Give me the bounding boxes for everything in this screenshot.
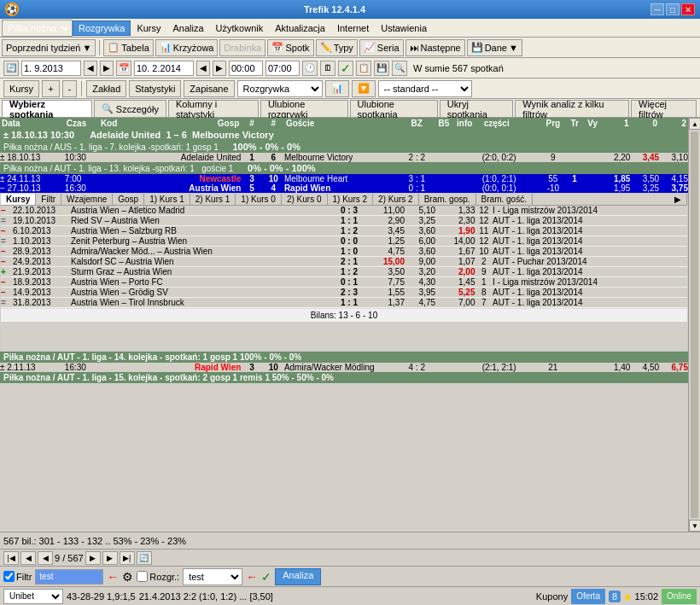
sub-match-row[interactable]: + 21.9.2013 Sturm Graz – Austria Wien 1 …: [1, 267, 687, 277]
next-page-button[interactable]: ▶: [102, 551, 118, 565]
sub-match-row[interactable]: − 14.9.2013 Austria Wien – Grödig SV 2 :…: [1, 288, 687, 298]
first-page-button[interactable]: |◀: [3, 551, 19, 565]
sub-tab-kurs1-1[interactable]: 1) Kurs 1: [144, 194, 190, 205]
date-from-input[interactable]: [21, 61, 81, 76]
tabela-button[interactable]: 📋 Tabela: [103, 39, 153, 56]
sub-match-row[interactable]: − 28.9.2013 Admira/Wacker Möd... – Austr…: [1, 247, 687, 257]
filtr-checkbox-label[interactable]: Filtr: [3, 571, 32, 582]
zapisane-button[interactable]: Zapisane: [184, 80, 234, 97]
prev-week-button[interactable]: Poprzedni tydzień ▼: [2, 39, 96, 56]
prev-page-button[interactable]: ◀: [20, 551, 36, 565]
maximize-button[interactable]: □: [666, 3, 680, 15]
sub-tab-kurs0-2[interactable]: 2) Kurs 0: [282, 194, 328, 205]
date-icon[interactable]: 📅: [116, 61, 131, 76]
arrow-left-button[interactable]: ←: [107, 570, 119, 584]
date-nav-left[interactable]: ◀: [84, 61, 97, 76]
oferta-button[interactable]: Oferta: [571, 589, 605, 604]
main-scrollbar[interactable]: ▲ ▼: [688, 118, 700, 532]
rozgr-checkbox-label[interactable]: Rozgr.:: [137, 571, 179, 582]
scroll-thumb[interactable]: [691, 131, 698, 518]
sub-match-row[interactable]: − 22.10.2013 Austria Wien – Atletico Mad…: [1, 206, 687, 216]
minimize-button[interactable]: ─: [650, 3, 664, 15]
typy-button[interactable]: ✏️ Typy: [316, 39, 358, 56]
menu-analiza[interactable]: Analiza: [167, 20, 210, 36]
reload-button[interactable]: 🔄: [137, 551, 152, 565]
menu-internet[interactable]: Internet: [331, 20, 375, 36]
tab-ulub-rozgr[interactable]: Ulubione rozgrywki: [260, 100, 348, 117]
sub-tab-kurs2-2[interactable]: 2) Kurs 2: [373, 194, 419, 205]
match3-row[interactable]: ± 2.11.13 16:30 Rapid Wien 3 10 Admira/W…: [0, 363, 688, 372]
plus-button[interactable]: +: [42, 80, 59, 97]
match-row-2[interactable]: ± 24.11.13 7:00 Newcastle 3 10 Melbourne…: [0, 174, 688, 183]
next-button[interactable]: ▶: [85, 551, 101, 565]
sport-selector[interactable]: Piłka nożna: [2, 20, 73, 37]
match-row-1[interactable]: ± 18.10.13 10:30 Adelaide United 1 6 Mel…: [0, 153, 688, 162]
sub-match-row[interactable]: − 18.9.2013 Austria Wien – Porto FC 0 : …: [1, 277, 687, 288]
sub-tab-kurs2-1[interactable]: 1) Kurs 2: [328, 194, 374, 205]
chart-icon-button[interactable]: 📊: [325, 80, 349, 97]
save-icon[interactable]: 💾: [374, 61, 389, 76]
bookie-dropdown[interactable]: Unibet: [3, 589, 63, 604]
sub-tab-bram-gosp[interactable]: Bram. gosp.: [419, 194, 476, 205]
sub-match-row[interactable]: = 1.10.2013 Zenit Peterburg – Austria Wi…: [1, 236, 687, 247]
sub-match-row[interactable]: = 31.8.2013 Austria Wien – Tirol Innsbru…: [1, 298, 687, 308]
drabinka-button[interactable]: Drabinka: [219, 39, 265, 56]
tab-szczegoly[interactable]: 🔍Szczegóły: [94, 100, 166, 117]
tab-ukryj[interactable]: Ukryj spotkania: [440, 100, 514, 117]
rozgr-checkbox[interactable]: [137, 571, 148, 582]
date-nav-right[interactable]: ▶: [100, 61, 114, 76]
clock-icon[interactable]: 🕐: [302, 61, 318, 76]
sub-tab-kurs1-2[interactable]: 2) Kurs 1: [190, 194, 236, 205]
sub-tab-wzajemne[interactable]: Wzajemne: [61, 194, 113, 205]
krzyzowa-button[interactable]: 📊 Krzyżowa: [155, 39, 219, 56]
tab-wybierz[interactable]: Wybierz spotkania: [2, 100, 92, 117]
rozgrywka-dropdown[interactable]: Rozgrywka: [237, 80, 323, 97]
sub-table-content[interactable]: − 22.10.2013 Austria Wien – Atletico Mad…: [1, 206, 687, 351]
menu-rozgrywka[interactable]: Rozgrywka: [73, 20, 131, 36]
tab-ulub-spotk[interactable]: Ulubione spotkania: [350, 100, 438, 117]
confirm-button[interactable]: ✓: [261, 570, 271, 584]
tab-wiecej[interactable]: Więcej filtrów: [631, 100, 697, 117]
sub-tab-kursy[interactable]: Kursy: [1, 194, 36, 205]
filtr-checkbox[interactable]: [3, 571, 15, 582]
check-green[interactable]: ✓: [338, 61, 353, 76]
prev-button[interactable]: ◀: [38, 551, 53, 565]
rozgr-test-dropdown[interactable]: test: [183, 568, 242, 585]
sub-tab-nav[interactable]: ▶: [669, 194, 687, 205]
spotk-button[interactable]: 📅 Spotk: [267, 39, 313, 56]
filter-icon-button[interactable]: 🔽: [352, 80, 376, 97]
rozgr-arrow-button[interactable]: ←: [246, 570, 258, 584]
scroll-up-arrow[interactable]: ▲: [689, 118, 700, 130]
scroll-down-arrow[interactable]: ▼: [689, 520, 700, 532]
filter-text-input[interactable]: [35, 569, 103, 585]
calc-icon[interactable]: 🗓: [320, 61, 335, 76]
sub-tab-kurs0-1[interactable]: 1) Kurs 0: [236, 194, 282, 205]
menu-ustawienia[interactable]: Ustawienia: [375, 20, 433, 36]
settings-icon[interactable]: ⚙: [122, 570, 133, 584]
search-icon[interactable]: 🔍: [392, 61, 407, 76]
last-page-button[interactable]: ▶|: [120, 551, 135, 565]
online-button[interactable]: Online: [662, 589, 697, 604]
time-nav-left[interactable]: ◀: [196, 61, 210, 76]
close-button[interactable]: ✕: [681, 3, 695, 15]
date-to-input[interactable]: [134, 61, 194, 76]
time-nav-right[interactable]: ▶: [213, 61, 226, 76]
sub-match-row[interactable]: − 6.10.2013 Austria Wien – Salzburg RB 1…: [1, 226, 687, 236]
zaklad-button[interactable]: Zakład: [86, 80, 126, 97]
sub-tab-gosp[interactable]: Gosp: [113, 194, 144, 205]
sub-match-row[interactable]: = 19.10.2013 Ried SV – Austria Wien 1 : …: [1, 216, 687, 226]
minus-button[interactable]: -: [62, 80, 78, 97]
menu-aktualizacja[interactable]: Aktualizacja: [269, 20, 331, 36]
nastepne-button[interactable]: ⏭ Następne: [405, 39, 465, 56]
analiza-button[interactable]: Analiza: [275, 568, 321, 585]
copy-icon[interactable]: 📋: [356, 61, 371, 76]
menu-uzytkownik[interactable]: Użytkownik: [210, 20, 270, 36]
statystyki-button[interactable]: Statystyki: [129, 80, 181, 97]
tab-kolumny[interactable]: Kolumny i statystyki: [168, 100, 259, 117]
kursy-ctrl-button[interactable]: Kursy: [3, 80, 39, 97]
tab-wynik[interactable]: Wynik analiz z kilku filtrów: [515, 100, 629, 117]
dane-button[interactable]: 💾 Dane ▼: [467, 39, 522, 56]
menu-kursy[interactable]: Kursy: [131, 20, 166, 36]
sub-tab-bram-gosc[interactable]: Bram. gość.: [476, 194, 533, 205]
refresh-icon[interactable]: 🔄: [3, 61, 19, 76]
